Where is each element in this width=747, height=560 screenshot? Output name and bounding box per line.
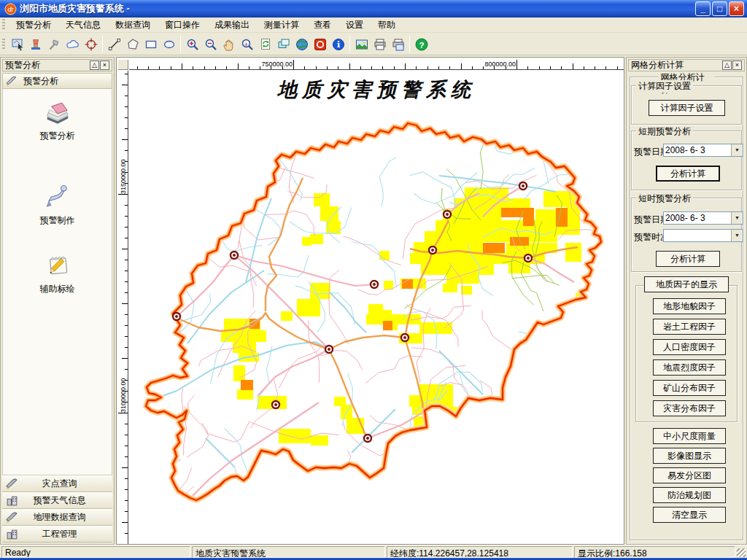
menu-item-5[interactable]: 测量计算 [257, 18, 306, 33]
chevron-down-icon[interactable]: ▼ [731, 144, 743, 156]
stop-button[interactable] [311, 35, 329, 53]
menu-item-0[interactable]: 预警分析 [9, 18, 58, 33]
print-preview-icon [391, 37, 406, 52]
draw-rectangle-button[interactable] [142, 35, 160, 53]
left-panel-titlebar: 预警分析 △ × [2, 59, 112, 71]
menu-item-1[interactable]: 天气信息 [58, 18, 108, 33]
left-panel-group-header[interactable]: 预警分析 [2, 73, 112, 89]
info-button[interactable]: i [329, 35, 347, 53]
map-select-button[interactable] [9, 35, 27, 53]
toolbar-grip[interactable] [2, 39, 5, 50]
menu-item-7[interactable]: 设置 [338, 18, 371, 33]
window-title: 浏阳市地质灾害预警系统 - [20, 2, 694, 15]
map-canvas[interactable]: 地质灾害预警系统 [129, 71, 624, 544]
sidebar-item-auxiliary-plotting[interactable]: 辅助标绘 [3, 251, 112, 295]
right-panel-pin-icon[interactable]: △ [722, 61, 732, 70]
town-marker[interactable] [525, 254, 532, 262]
town-marker[interactable] [401, 334, 409, 341]
crosshair-button[interactable] [82, 35, 100, 53]
globe-button[interactable] [293, 35, 311, 53]
minimize-button[interactable]: _ [695, 1, 711, 16]
factor-button-4[interactable]: 矿山分布因子 [653, 380, 726, 396]
close-button[interactable]: × [729, 1, 744, 16]
sidebar-item-warning-production[interactable]: 预警制作 [3, 182, 112, 227]
hammer-button[interactable] [45, 35, 63, 53]
chevron-down-icon[interactable]: ▼ [731, 230, 743, 241]
display-button-0[interactable]: 中小尺度雨量 [653, 428, 726, 444]
town-marker[interactable] [231, 252, 238, 259]
town-marker[interactable] [429, 246, 436, 254]
factor-setting-button[interactable]: 计算因子设置 [649, 100, 725, 116]
factor-button-1[interactable]: 岩土工程因子 [653, 319, 726, 335]
print-icon [373, 37, 387, 52]
left-panel-close-icon[interactable]: × [100, 61, 109, 70]
print-preview-button[interactable] [389, 35, 407, 53]
town-marker[interactable] [519, 182, 527, 190]
status-scale: 显示比例:166.158 [574, 546, 735, 558]
help-button[interactable]: ? [412, 35, 430, 53]
sidebar-bottom-item-0[interactable]: 灾点查询 [2, 475, 112, 492]
immediate-date-value: 2008- 6- 3 [664, 212, 731, 224]
display-button-2[interactable]: 易发分区图 [653, 467, 726, 483]
status-system-name: 地质灾害预警系统 [192, 546, 385, 558]
factor-button-5[interactable]: 灾害分布因子 [653, 400, 726, 416]
v-ruler-label: 3150000.00 [120, 153, 127, 194]
menu-item-3[interactable]: 窗口操作 [158, 18, 207, 33]
sidebar-item-warning-analysis[interactable]: 预警分析 [3, 98, 112, 142]
draw-ellipse-button[interactable] [160, 35, 178, 53]
draw-line-button[interactable] [105, 35, 123, 53]
zoom-out-button[interactable] [201, 35, 220, 53]
immediate-analyze-button[interactable]: 分析计算 [656, 251, 720, 267]
refresh-button[interactable] [256, 35, 274, 53]
zoom-in-button[interactable] [183, 35, 201, 53]
svg-text:dr: dr [7, 6, 14, 13]
factor-button-0[interactable]: 地形地貌因子 [653, 298, 726, 314]
display-button-3[interactable]: 防治规划图 [653, 487, 726, 503]
chevron-down-icon[interactable]: ▼ [731, 212, 743, 224]
left-panel: 预警分析 △ × 预警分析 预警分析预警制作辅助标绘 灾点查询预警天气信息地理数… [0, 57, 115, 545]
right-panel-close-icon[interactable]: × [732, 61, 742, 70]
stamp-icon [29, 37, 44, 52]
building-icon [6, 494, 18, 507]
stamp-button[interactable] [27, 35, 45, 53]
factor-button-3[interactable]: 地震烈度因子 [653, 359, 726, 376]
sidebar-bottom-item-1[interactable]: 预警天气信息 [2, 492, 112, 509]
short-term-date-combobox[interactable]: 2008- 6- 3 ▼ [663, 144, 743, 157]
left-panel-bottom-list: 灾点查询预警天气信息地理数据查询工程管理 [2, 475, 112, 544]
factor-button-2[interactable]: 人口密度因子 [653, 339, 726, 355]
zoom-extent-icon: ± [240, 37, 255, 52]
town-marker[interactable] [371, 281, 378, 288]
town-marker[interactable] [325, 346, 333, 353]
short-term-analyze-button[interactable]: 分析计算 [656, 166, 720, 182]
cloud-button[interactable] [63, 35, 82, 53]
application-window: dr 浏阳市地质灾害预警系统 - _ □ × 预警分析天气信息数据查询窗口操作成… [0, 0, 747, 560]
display-button-1[interactable]: 影像图显示 [653, 448, 726, 464]
hammer-icon [47, 37, 62, 52]
left-panel-pin-icon[interactable]: △ [90, 61, 99, 70]
immediate-time-combobox[interactable]: ▼ [663, 229, 743, 242]
menu-grip[interactable] [2, 19, 5, 31]
immediate-date-combobox[interactable]: 2008- 6- 3 ▼ [663, 211, 743, 225]
resize-grip[interactable] [737, 548, 746, 557]
image-icon [355, 37, 369, 52]
display-button-4[interactable]: 清空显示 [653, 507, 726, 523]
sidebar-bottom-item-2[interactable]: 地理数据查询 [2, 509, 112, 526]
menu-item-2[interactable]: 数据查询 [108, 18, 158, 33]
town-marker[interactable] [364, 435, 371, 442]
factors-header-button[interactable]: 地质因子的显示 [644, 276, 729, 292]
menu-item-4[interactable]: 成果输出 [207, 18, 257, 33]
town-marker[interactable] [173, 313, 180, 320]
sidebar-bottom-item-3[interactable]: 工程管理 [2, 526, 112, 542]
menu-item-8[interactable]: 帮助 [371, 18, 403, 33]
town-marker[interactable] [272, 401, 279, 408]
menu-bar: 预警分析天气信息数据查询窗口操作成果输出测量计算查看设置帮助 [0, 18, 747, 33]
pan-button[interactable] [220, 35, 238, 53]
print-button[interactable] [371, 35, 389, 53]
zoom-extent-button[interactable]: ± [238, 35, 256, 53]
layers-button[interactable] [274, 35, 293, 53]
town-marker[interactable] [444, 211, 451, 218]
restore-button[interactable]: □ [712, 1, 727, 16]
image-button[interactable] [352, 35, 371, 53]
draw-polygon-button[interactable] [123, 35, 142, 53]
menu-item-6[interactable]: 查看 [306, 18, 338, 33]
